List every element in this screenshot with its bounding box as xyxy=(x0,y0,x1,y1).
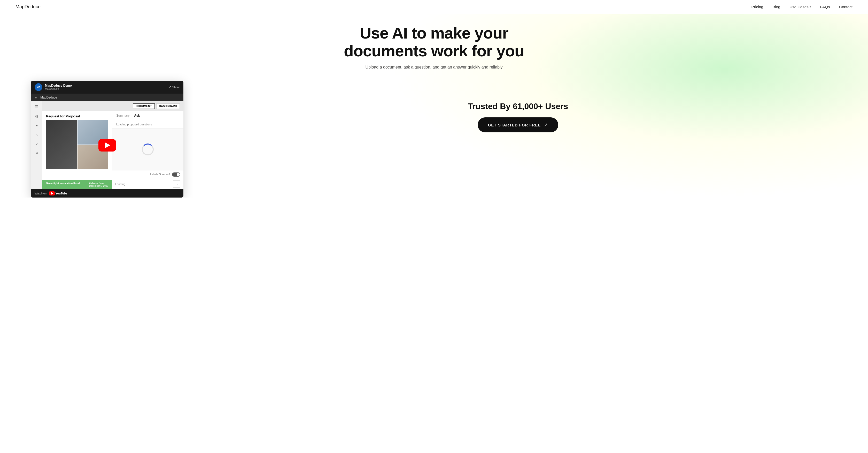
qa-bottom: Include Sources? × Loading... xyxy=(112,170,183,189)
video-title-bar: MapDeduce xyxy=(40,96,57,99)
greenlight-fund-label: Greenlight Innovation Fund xyxy=(46,182,80,185)
qa-proposed-questions: Loading proposed questions xyxy=(112,120,183,129)
qa-input-row: Loading... → xyxy=(112,179,183,189)
include-sources-label: Include Sources? xyxy=(150,173,170,176)
youtube-icon xyxy=(49,191,55,196)
nav-use-cases[interactable]: Use Cases ▾ xyxy=(789,5,811,9)
doc-image-1 xyxy=(46,120,77,169)
qa-loading-area xyxy=(112,129,183,170)
video-title: MapDeduce Demo xyxy=(45,84,72,87)
chevron-down-icon: ▾ xyxy=(810,5,811,8)
include-sources-toggle[interactable]: × xyxy=(172,172,180,177)
channel-avatar: MD xyxy=(35,83,42,91)
qa-send-button[interactable]: → xyxy=(173,180,180,188)
main-content-row: MD MapDeduce Demo MapDeduce ↗ Share ≡ xyxy=(16,81,852,198)
navbar: MapDeduce Pricing Blog Use Cases ▾ FAQs … xyxy=(0,0,868,14)
get-started-button[interactable]: GET STARTED FOR FREE ↗ xyxy=(478,117,559,132)
sidebar-icon-docs[interactable]: ☰ xyxy=(34,105,39,109)
tab-dashboard[interactable]: DASHBOARD xyxy=(156,104,180,109)
loading-spinner xyxy=(142,143,154,155)
hero-text-block: Use AI to make your documents work for y… xyxy=(336,24,532,70)
youtube-logo[interactable]: YouTube xyxy=(49,191,67,196)
nav-pricing[interactable]: Pricing xyxy=(751,5,764,9)
nav-links: Pricing Blog Use Cases ▾ FAQs Contact xyxy=(751,5,852,9)
hero-content: Use AI to make your documents work for y… xyxy=(16,24,852,198)
tab-ask[interactable]: Ask xyxy=(134,114,140,117)
nav-blog[interactable]: Blog xyxy=(772,5,780,9)
share-button[interactable]: ↗ Share xyxy=(169,85,180,89)
qa-loading-text: Loading... xyxy=(115,182,171,186)
video-second-bar: ≡ MapDeduce xyxy=(31,93,183,101)
play-triangle-icon xyxy=(105,142,110,148)
hero-section: Use AI to make your documents work for y… xyxy=(0,14,868,198)
channel-info: MapDeduce Demo MapDeduce xyxy=(45,84,72,90)
nav-contact[interactable]: Contact xyxy=(839,5,852,9)
video-bottom-bar: Watch on YouTube xyxy=(31,189,183,198)
sidebar-icon-bank[interactable]: ⌂ xyxy=(34,132,39,137)
toggle-x-icon: × xyxy=(178,172,180,177)
share-icon: ↗ xyxy=(169,85,171,89)
avatar-initials: MD xyxy=(37,86,40,88)
cta-arrow-icon: ↗ xyxy=(544,122,548,128)
app-sidebar: ☰ ◷ ≡ ⌂ ? ↗ xyxy=(31,101,42,189)
qa-tabs: Summary Ask xyxy=(112,111,183,120)
tab-document[interactable]: DOCUMENT xyxy=(133,104,155,109)
sidebar-icon-history[interactable]: ◷ xyxy=(34,114,39,118)
sidebar-icon-list[interactable]: ≡ xyxy=(34,123,39,128)
app-top-bar: DOCUMENT DASHBOARD xyxy=(42,101,183,111)
youtube-text: YouTube xyxy=(56,192,67,195)
sidebar-icon-export[interactable]: ↗ xyxy=(34,151,39,155)
nav-use-cases-label: Use Cases xyxy=(789,5,808,9)
video-channel: MD MapDeduce Demo MapDeduce xyxy=(35,83,72,91)
hero-title: Use AI to make your documents work for y… xyxy=(336,24,532,60)
share-label: Share xyxy=(172,86,180,89)
trusted-users-text: Trusted By 61,000+ Users xyxy=(468,101,568,111)
youtube-play-button[interactable] xyxy=(98,139,116,151)
cta-button-label: GET STARTED FOR FREE xyxy=(488,123,541,127)
video-play-overlay: ☰ ◷ ≡ ⌂ ? ↗ DOCUMENT DASHBOARD xyxy=(31,101,183,189)
hero-subtitle: Upload a document, ask a question, and g… xyxy=(336,64,532,70)
doc-footer: Greenlight Innovation Fund Release Date … xyxy=(42,180,112,189)
sidebar-icon-help[interactable]: ? xyxy=(34,142,39,146)
channel-name: MapDeduce xyxy=(45,87,72,90)
release-date-value: December 5, 2023 xyxy=(89,185,108,187)
doc-header: Request for Proposal xyxy=(42,111,112,120)
tab-summary[interactable]: Summary xyxy=(116,114,129,117)
nav-faqs[interactable]: FAQs xyxy=(820,5,830,9)
hero-cta-side: Trusted By 61,000+ Users GET STARTED FOR… xyxy=(199,81,837,132)
include-sources-row: Include Sources? × xyxy=(112,170,183,179)
release-date-block: Release Date December 5, 2023 xyxy=(89,182,108,187)
release-date-label: Release Date xyxy=(89,182,108,185)
youtube-play-icon xyxy=(51,192,53,195)
hamburger-icon: ≡ xyxy=(35,95,37,100)
video-top-bar: MD MapDeduce Demo MapDeduce ↗ Share xyxy=(31,81,183,93)
video-embed[interactable]: MD MapDeduce Demo MapDeduce ↗ Share ≡ xyxy=(31,81,183,198)
qa-panel: Summary Ask Loading proposed questions xyxy=(112,111,183,189)
nav-logo[interactable]: MapDeduce xyxy=(16,4,40,9)
watch-on-label: Watch on xyxy=(35,192,46,195)
